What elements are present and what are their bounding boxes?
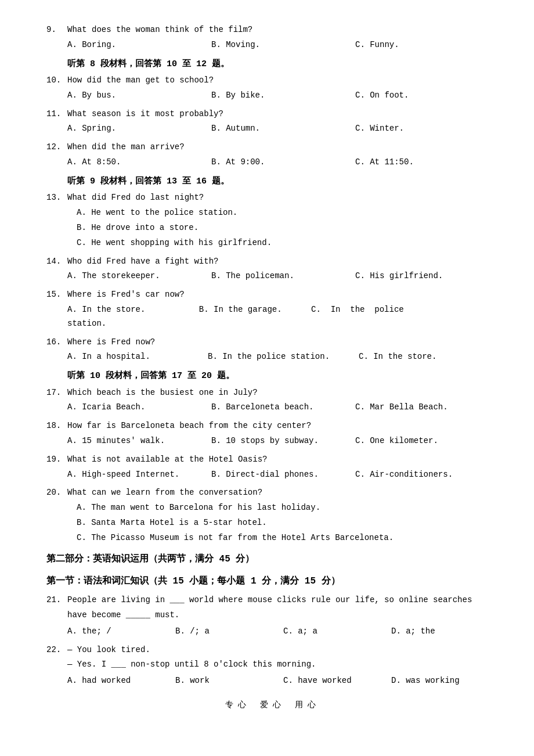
q21-text: People are living in ___ world where mou… xyxy=(67,593,499,607)
q12-opt-b: B. At 9:00. xyxy=(211,156,355,170)
question-20: 20. What can we learn from the conversat… xyxy=(46,486,499,545)
question-18: 18. How far is Barceloneta beach from th… xyxy=(46,419,499,448)
q21-options: A. the; / B. /; a C. a; a D. a; the xyxy=(46,625,499,639)
section8-header: 听第 8 段材料，回答第 10 至 12 题。 xyxy=(46,57,499,72)
question-12: 12. When did the man arrive? A. At 8:50.… xyxy=(46,141,499,170)
q12-options: A. At 8:50. B. At 9:00. C. At 11:50. xyxy=(46,156,499,170)
q19-opt-c: C. Air-conditioners. xyxy=(355,468,499,482)
q18-opt-b: B. 10 stops by subway. xyxy=(211,434,355,448)
q15-opt-a: A. In the store. B. In the garage. C. In… xyxy=(67,305,404,314)
q12-opt-c: C. At 11:50. xyxy=(355,156,499,170)
q10-opt-c: C. On foot. xyxy=(355,89,499,103)
q19-options: A. High-speed Internet. B. Direct-dial p… xyxy=(46,468,499,482)
q18-options: A. 15 minutes' walk. B. 10 stops by subw… xyxy=(46,434,499,448)
q20-num: 20. xyxy=(46,486,67,500)
question-19: 19. What is not available at the Hotel O… xyxy=(46,453,499,482)
question-10: 10. How did the man get to school? A. By… xyxy=(46,74,499,103)
q22-text1: — You look tired. xyxy=(67,643,499,657)
q22-opt-c: C. have worked xyxy=(283,674,391,688)
question-15: 15. Where is Fred's car now? A. In the s… xyxy=(46,288,499,330)
question-9: 9. What does the woman think of the film… xyxy=(46,23,499,52)
q12-opt-a: A. At 8:50. xyxy=(67,156,211,170)
question-21: 21. People are living in ___ world where… xyxy=(46,593,499,638)
question-16: 16. Where is Fred now? A. In a hospital.… xyxy=(46,336,499,365)
q22-opt-d: D. was working xyxy=(391,674,499,688)
q11-text: What season is it most probably? xyxy=(67,107,499,121)
q13-opt-b: B. He drove into a store. xyxy=(46,221,499,235)
q11-opt-c: C. Winter. xyxy=(355,122,499,136)
q15-text: Where is Fred's car now? xyxy=(67,288,499,302)
q16-options: A. In a hospital. B. In the police stati… xyxy=(46,350,499,364)
part2-header: 第二部分：英语知识运用（共两节，满分 45 分） xyxy=(46,551,499,568)
q10-opt-a: A. By bus. xyxy=(67,89,211,103)
q21-opt-b: B. /; a xyxy=(175,625,283,639)
q12-num: 12. xyxy=(46,141,67,154)
q13-opt-c: C. He went shopping with his girlfriend. xyxy=(46,236,499,250)
q11-num: 11. xyxy=(46,107,67,121)
q12-text: When did the man arrive? xyxy=(67,141,499,154)
q15-station: station. xyxy=(46,317,499,331)
q11-opt-b: B. Autumn. xyxy=(211,122,355,136)
q14-opt-c: C. His girlfriend. xyxy=(355,269,499,283)
question-13: 13. What did Fred do last night? A. He w… xyxy=(46,191,499,250)
q14-options: A. The storekeeper. B. The policeman. C.… xyxy=(46,269,499,283)
q9-num: 9. xyxy=(46,23,67,37)
section10-header: 听第 10 段材料，回答第 17 至 20 题。 xyxy=(46,369,499,384)
q9-opt-a: A. Boring. xyxy=(67,38,211,52)
q14-num: 14. xyxy=(46,255,67,269)
q17-opt-b: B. Barceloneta beach. xyxy=(211,401,355,415)
q10-num: 10. xyxy=(46,74,67,88)
q21-opt-a: A. the; / xyxy=(67,625,175,639)
q19-text: What is not available at the Hotel Oasis… xyxy=(67,453,499,467)
question-14: 14. Who did Fred have a fight with? A. T… xyxy=(46,255,499,284)
q11-options: A. Spring. B. Autumn. C. Winter. xyxy=(46,122,499,136)
q19-opt-a: A. High-speed Internet. xyxy=(67,468,211,482)
q10-options: A. By bus. B. By bike. C. On foot. xyxy=(46,89,499,103)
q22-num: 22. xyxy=(46,643,67,657)
q11-opt-a: A. Spring. xyxy=(67,122,211,136)
q16-opt-c: C. In the store. xyxy=(359,350,499,364)
q17-text: Which beach is the busiest one in July? xyxy=(67,386,499,400)
q14-opt-a: A. The storekeeper. xyxy=(67,269,211,283)
q18-opt-a: A. 15 minutes' walk. xyxy=(67,434,211,448)
q10-opt-b: B. By bike. xyxy=(211,89,355,103)
q21-text2: have become _____ must. xyxy=(46,609,499,622)
q17-opt-a: A. Icaria Beach. xyxy=(67,401,211,415)
q17-opt-c: C. Mar Bella Beach. xyxy=(355,401,499,415)
q22-opt-b: B. work xyxy=(175,674,283,688)
q18-opt-c: C. One kilometer. xyxy=(355,434,499,448)
q13-num: 13. xyxy=(46,191,67,205)
q17-options: A. Icaria Beach. B. Barceloneta beach. C… xyxy=(46,401,499,415)
question-17: 17. Which beach is the busiest one in Ju… xyxy=(46,386,499,415)
q14-text: Who did Fred have a fight with? xyxy=(67,255,499,269)
q10-text: How did the man get to school? xyxy=(67,74,499,88)
q22-text2: — Yes. I ___ non-stop until 8 o'clock th… xyxy=(46,658,499,672)
q13-text: What did Fred do last night? xyxy=(67,191,499,205)
q9-opt-b: B. Moving. xyxy=(211,38,355,52)
q18-text: How far is Barceloneta beach from the ci… xyxy=(67,419,499,433)
q9-text: What does the woman think of the film? xyxy=(67,23,499,37)
q16-num: 16. xyxy=(46,336,67,350)
q21-num: 21. xyxy=(46,593,67,607)
q16-opt-a: A. In a hospital. xyxy=(67,350,208,364)
q9-opt-c: C. Funny. xyxy=(355,38,499,52)
question-11: 11. What season is it most probably? A. … xyxy=(46,107,499,136)
q22-opt-a: A. had worked xyxy=(67,674,175,688)
q21-opt-d: D. a; the xyxy=(391,625,499,639)
q16-opt-b: B. In the police station. xyxy=(208,350,359,364)
q19-num: 19. xyxy=(46,453,67,467)
q21-opt-c: C. a; a xyxy=(283,625,391,639)
section9-header: 听第 9 段材料，回答第 13 至 16 题。 xyxy=(46,174,499,189)
section1-header: 第一节：语法和词汇知识（共 15 小题；每小题 1 分，满分 15 分） xyxy=(46,573,499,590)
q13-opt-a: A. He went to the police station. xyxy=(46,206,499,220)
q20-opt-b: B. Santa Marta Hotel is a 5-star hotel. xyxy=(46,516,499,530)
q9-options: A. Boring. B. Moving. C. Funny. xyxy=(46,38,499,52)
q20-opt-a: A. The man went to Barcelona for his las… xyxy=(46,501,499,515)
q15-options: A. In the store. B. In the garage. C. In… xyxy=(46,303,499,317)
q18-num: 18. xyxy=(46,419,67,433)
q14-opt-b: B. The policeman. xyxy=(211,269,355,283)
q20-opt-c: C. The Picasso Museum is not far from th… xyxy=(46,531,499,545)
q16-text: Where is Fred now? xyxy=(67,336,499,350)
q19-opt-b: B. Direct-dial phones. xyxy=(211,468,355,482)
footer: 专心 爱心 用心 xyxy=(46,700,499,710)
